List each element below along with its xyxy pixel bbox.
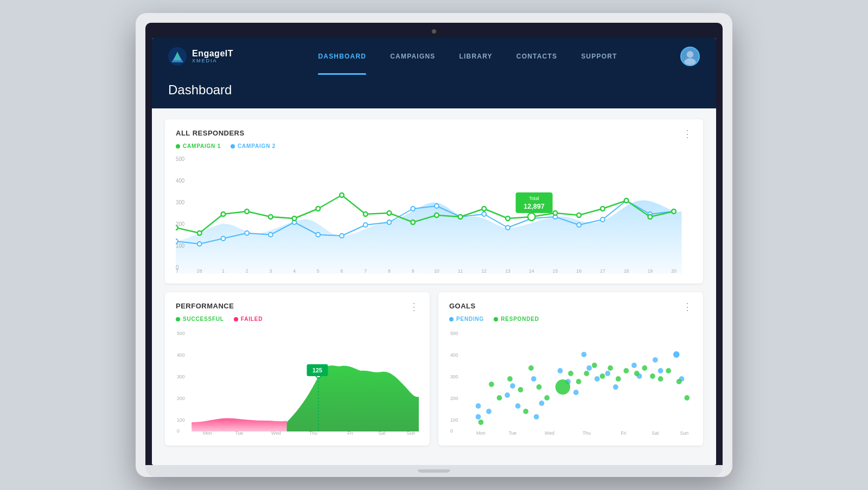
svg-point-38 — [435, 213, 439, 217]
svg-point-29 — [221, 212, 226, 216]
svg-point-126 — [658, 368, 663, 373]
laptop-base — [145, 465, 723, 477]
svg-point-4 — [684, 59, 695, 66]
svg-text:19: 19 — [647, 268, 653, 274]
app-header: EngageIT XMEDIA DASHBOARD CAMPAIGNS LIBR… — [152, 38, 716, 75]
svg-text:400: 400 — [176, 178, 185, 184]
svg-point-115 — [558, 368, 563, 373]
legend-pending[interactable]: PENDING — [449, 316, 484, 322]
svg-text:Sun: Sun — [407, 430, 416, 436]
responded-label: RESPONDED — [501, 316, 539, 322]
svg-point-117 — [573, 390, 579, 395]
legend-campaign2[interactable]: CAMPAIGN 2 — [231, 143, 276, 149]
laptop-notch — [418, 469, 450, 473]
svg-point-47 — [648, 215, 652, 219]
svg-point-143 — [600, 373, 605, 379]
legend-responded[interactable]: RESPONDED — [494, 316, 539, 322]
user-avatar[interactable] — [680, 47, 700, 66]
performance-menu[interactable]: ⋮ — [409, 302, 419, 312]
svg-point-113 — [539, 401, 545, 406]
svg-text:100: 100 — [176, 243, 185, 249]
main-nav: DASHBOARD CAMPAIGNS LIBRARY CONTACTS SUP… — [255, 38, 680, 75]
all-responders-header: ALL RESPONDERS ⋮ — [176, 129, 692, 139]
legend-successful[interactable]: SUCCESSFUL — [176, 316, 224, 322]
svg-point-19 — [506, 225, 510, 230]
svg-point-28 — [197, 231, 202, 235]
svg-point-31 — [269, 215, 273, 219]
performance-header: PERFORMANCE ⋮ — [176, 302, 419, 312]
svg-point-35 — [363, 212, 368, 216]
nav-library[interactable]: LIBRARY — [447, 38, 504, 75]
svg-text:15: 15 — [553, 268, 558, 274]
svg-text:13: 13 — [505, 268, 510, 274]
svg-point-118 — [581, 352, 586, 357]
svg-point-14 — [387, 220, 392, 224]
svg-text:300: 300 — [450, 374, 458, 379]
svg-point-11 — [316, 233, 320, 237]
svg-text:0: 0 — [450, 428, 453, 434]
svg-text:6: 6 — [341, 268, 343, 274]
svg-text:200: 200 — [450, 396, 458, 401]
svg-point-149 — [650, 373, 655, 379]
svg-point-134 — [523, 409, 528, 414]
svg-point-146 — [623, 368, 629, 373]
legend-campaign1[interactable]: CAMPAIGN 1 — [176, 143, 221, 149]
svg-point-49 — [528, 213, 535, 221]
svg-text:125: 125 — [312, 367, 322, 373]
svg-point-7 — [221, 236, 226, 241]
svg-text:12,897: 12,897 — [524, 202, 545, 210]
svg-point-132 — [507, 376, 513, 382]
nav-support[interactable]: SUPPORT — [569, 38, 629, 75]
logo-icon — [168, 47, 187, 66]
svg-point-152 — [676, 379, 682, 384]
svg-point-131 — [497, 395, 502, 401]
all-responders-title: ALL RESPONDERS — [176, 129, 245, 137]
svg-point-43 — [553, 211, 558, 215]
svg-point-110 — [510, 383, 515, 389]
svg-point-33 — [316, 207, 320, 211]
laptop-outer: EngageIT XMEDIA DASHBOARD CAMPAIGNS LIBR… — [136, 13, 732, 477]
svg-text:Fri: Fri — [347, 430, 353, 436]
svg-point-32 — [292, 216, 297, 221]
svg-text:20: 20 — [671, 268, 676, 274]
nav-contacts[interactable]: CONTACTS — [505, 38, 569, 75]
svg-point-151 — [666, 368, 671, 373]
svg-point-13 — [363, 223, 368, 227]
svg-point-111 — [515, 403, 521, 409]
svg-point-41 — [506, 216, 510, 221]
svg-point-137 — [544, 395, 550, 401]
svg-text:27: 27 — [176, 268, 178, 274]
svg-point-40 — [482, 207, 486, 211]
svg-point-142 — [592, 363, 597, 368]
nav-dashboard[interactable]: DASHBOARD — [306, 38, 378, 75]
svg-point-123 — [631, 363, 637, 368]
svg-point-147 — [634, 371, 640, 376]
svg-point-46 — [624, 198, 629, 203]
svg-point-23 — [601, 217, 605, 222]
svg-text:14: 14 — [529, 268, 534, 274]
responded-dot — [494, 317, 498, 321]
svg-point-107 — [476, 403, 481, 409]
svg-point-112 — [531, 376, 537, 382]
svg-point-145 — [616, 376, 621, 382]
svg-point-108 — [486, 409, 492, 414]
logo-text: EngageIT XMEDIA — [192, 49, 233, 63]
svg-text:200: 200 — [176, 221, 185, 227]
svg-text:Thu: Thu — [309, 430, 317, 436]
svg-point-119 — [586, 365, 592, 371]
svg-text:Total: Total — [529, 196, 539, 201]
svg-text:5: 5 — [317, 268, 320, 274]
nav-campaigns[interactable]: CAMPAIGNS — [378, 38, 447, 75]
legend-failed[interactable]: FAILED — [234, 316, 263, 322]
svg-text:28: 28 — [197, 268, 202, 274]
all-responders-menu[interactable]: ⋮ — [682, 129, 692, 139]
page-title-bar: Dashboard — [152, 75, 716, 108]
laptop-screen: EngageIT XMEDIA DASHBOARD CAMPAIGNS LIBR… — [152, 38, 716, 465]
svg-point-18 — [482, 212, 486, 216]
logo-area: EngageIT XMEDIA — [168, 47, 233, 66]
svg-point-144 — [608, 365, 613, 371]
goals-menu[interactable]: ⋮ — [682, 302, 692, 312]
svg-point-150 — [658, 376, 663, 382]
svg-point-30 — [245, 209, 249, 214]
svg-point-36 — [387, 211, 392, 215]
